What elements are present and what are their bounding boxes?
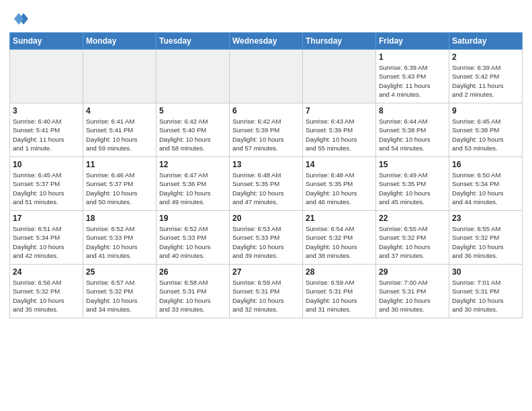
logo bbox=[9, 9, 30, 28]
day-number: 6 bbox=[232, 106, 300, 116]
day-info: Sunrise: 6:50 AM Sunset: 5:34 PM Dayligh… bbox=[452, 171, 519, 206]
calendar-cell: 4Sunrise: 6:41 AM Sunset: 5:41 PM Daylig… bbox=[83, 103, 157, 157]
calendar-cell: 2Sunrise: 6:39 AM Sunset: 5:42 PM Daylig… bbox=[449, 50, 523, 103]
calendar-cell: 24Sunrise: 6:56 AM Sunset: 5:32 PM Dayli… bbox=[10, 265, 83, 318]
day-number: 15 bbox=[379, 160, 446, 169]
day-info: Sunrise: 6:55 AM Sunset: 5:32 PM Dayligh… bbox=[379, 224, 446, 260]
calendar-header-row: SundayMondayTuesdayWednesdayThursdayFrid… bbox=[10, 33, 523, 50]
day-number: 7 bbox=[306, 106, 373, 116]
calendar-cell: 13Sunrise: 6:48 AM Sunset: 5:35 PM Dayli… bbox=[230, 157, 303, 211]
calendar-week-row: 3Sunrise: 6:40 AM Sunset: 5:41 PM Daylig… bbox=[10, 103, 523, 157]
header bbox=[9, 7, 523, 28]
day-number: 29 bbox=[379, 267, 446, 277]
day-info: Sunrise: 6:46 AM Sunset: 5:37 PM Dayligh… bbox=[86, 171, 153, 206]
day-info: Sunrise: 6:45 AM Sunset: 5:38 PM Dayligh… bbox=[452, 117, 519, 152]
calendar-cell bbox=[83, 50, 157, 103]
calendar-cell: 15Sunrise: 6:49 AM Sunset: 5:35 PM Dayli… bbox=[376, 157, 449, 211]
day-info: Sunrise: 6:57 AM Sunset: 5:32 PM Dayligh… bbox=[86, 278, 153, 314]
calendar-week-row: 10Sunrise: 6:45 AM Sunset: 5:37 PM Dayli… bbox=[10, 157, 523, 211]
weekday-header-thursday: Thursday bbox=[303, 33, 376, 50]
calendar-cell: 22Sunrise: 6:55 AM Sunset: 5:32 PM Dayli… bbox=[376, 211, 449, 265]
calendar-cell: 11Sunrise: 6:46 AM Sunset: 5:37 PM Dayli… bbox=[83, 157, 157, 211]
calendar-cell: 21Sunrise: 6:54 AM Sunset: 5:32 PM Dayli… bbox=[303, 211, 376, 265]
day-info: Sunrise: 6:56 AM Sunset: 5:32 PM Dayligh… bbox=[13, 278, 80, 314]
day-number: 9 bbox=[452, 106, 519, 116]
day-number: 16 bbox=[452, 160, 519, 169]
day-info: Sunrise: 6:39 AM Sunset: 5:43 PM Dayligh… bbox=[379, 63, 446, 99]
calendar-cell bbox=[10, 50, 83, 103]
calendar-cell: 9Sunrise: 6:45 AM Sunset: 5:38 PM Daylig… bbox=[449, 103, 523, 157]
day-number: 18 bbox=[86, 214, 153, 223]
weekday-header-saturday: Saturday bbox=[449, 33, 523, 50]
day-number: 8 bbox=[379, 106, 446, 116]
calendar-cell: 8Sunrise: 6:44 AM Sunset: 5:38 PM Daylig… bbox=[376, 103, 449, 157]
weekday-header-wednesday: Wednesday bbox=[230, 33, 303, 50]
calendar-cell: 3Sunrise: 6:40 AM Sunset: 5:41 PM Daylig… bbox=[10, 103, 83, 157]
day-number: 23 bbox=[452, 214, 519, 223]
day-info: Sunrise: 6:48 AM Sunset: 5:35 PM Dayligh… bbox=[306, 171, 373, 206]
day-info: Sunrise: 6:52 AM Sunset: 5:33 PM Dayligh… bbox=[86, 224, 153, 260]
calendar-cell: 6Sunrise: 6:42 AM Sunset: 5:39 PM Daylig… bbox=[230, 103, 303, 157]
day-number: 28 bbox=[306, 267, 373, 277]
weekday-header-monday: Monday bbox=[83, 33, 157, 50]
calendar-cell bbox=[303, 50, 376, 103]
day-info: Sunrise: 7:01 AM Sunset: 5:31 PM Dayligh… bbox=[452, 278, 519, 314]
calendar-cell: 29Sunrise: 7:00 AM Sunset: 5:31 PM Dayli… bbox=[376, 265, 449, 318]
calendar-cell: 28Sunrise: 6:59 AM Sunset: 5:31 PM Dayli… bbox=[303, 265, 376, 318]
day-number: 17 bbox=[13, 214, 80, 223]
day-number: 12 bbox=[159, 160, 226, 169]
calendar-table: SundayMondayTuesdayWednesdayThursdayFrid… bbox=[9, 32, 523, 318]
day-number: 5 bbox=[159, 106, 226, 116]
logo-icon bbox=[9, 9, 28, 28]
day-number: 2 bbox=[452, 52, 519, 62]
calendar-week-row: 1Sunrise: 6:39 AM Sunset: 5:43 PM Daylig… bbox=[10, 50, 523, 103]
calendar-cell: 5Sunrise: 6:42 AM Sunset: 5:40 PM Daylig… bbox=[157, 103, 230, 157]
day-info: Sunrise: 6:52 AM Sunset: 5:33 PM Dayligh… bbox=[159, 224, 226, 260]
calendar-cell: 19Sunrise: 6:52 AM Sunset: 5:33 PM Dayli… bbox=[157, 211, 230, 265]
calendar-cell: 27Sunrise: 6:59 AM Sunset: 5:31 PM Dayli… bbox=[230, 265, 303, 318]
day-number: 24 bbox=[13, 267, 80, 277]
day-number: 27 bbox=[232, 267, 300, 277]
calendar-cell: 25Sunrise: 6:57 AM Sunset: 5:32 PM Dayli… bbox=[83, 265, 157, 318]
day-info: Sunrise: 6:41 AM Sunset: 5:41 PM Dayligh… bbox=[86, 117, 153, 152]
day-info: Sunrise: 6:47 AM Sunset: 5:36 PM Dayligh… bbox=[159, 171, 226, 206]
calendar-cell: 14Sunrise: 6:48 AM Sunset: 5:35 PM Dayli… bbox=[303, 157, 376, 211]
calendar-cell: 26Sunrise: 6:58 AM Sunset: 5:31 PM Dayli… bbox=[157, 265, 230, 318]
day-info: Sunrise: 6:58 AM Sunset: 5:31 PM Dayligh… bbox=[159, 278, 226, 314]
day-info: Sunrise: 6:51 AM Sunset: 5:34 PM Dayligh… bbox=[13, 224, 80, 260]
calendar-cell: 10Sunrise: 6:45 AM Sunset: 5:37 PM Dayli… bbox=[10, 157, 83, 211]
day-info: Sunrise: 6:54 AM Sunset: 5:32 PM Dayligh… bbox=[306, 224, 373, 260]
day-number: 21 bbox=[306, 214, 373, 223]
calendar-cell: 17Sunrise: 6:51 AM Sunset: 5:34 PM Dayli… bbox=[10, 211, 83, 265]
day-number: 20 bbox=[232, 214, 300, 223]
day-info: Sunrise: 6:48 AM Sunset: 5:35 PM Dayligh… bbox=[232, 171, 300, 206]
day-info: Sunrise: 6:44 AM Sunset: 5:38 PM Dayligh… bbox=[379, 117, 446, 152]
day-number: 3 bbox=[13, 106, 80, 116]
day-number: 1 bbox=[379, 52, 446, 62]
day-number: 26 bbox=[159, 267, 226, 277]
day-info: Sunrise: 6:40 AM Sunset: 5:41 PM Dayligh… bbox=[13, 117, 80, 152]
day-number: 22 bbox=[379, 214, 446, 223]
day-info: Sunrise: 6:42 AM Sunset: 5:39 PM Dayligh… bbox=[232, 117, 300, 152]
day-info: Sunrise: 6:59 AM Sunset: 5:31 PM Dayligh… bbox=[306, 278, 373, 314]
day-info: Sunrise: 7:00 AM Sunset: 5:31 PM Dayligh… bbox=[379, 278, 446, 314]
calendar-cell: 23Sunrise: 6:55 AM Sunset: 5:32 PM Dayli… bbox=[449, 211, 523, 265]
day-info: Sunrise: 6:45 AM Sunset: 5:37 PM Dayligh… bbox=[13, 171, 80, 206]
calendar-cell: 18Sunrise: 6:52 AM Sunset: 5:33 PM Dayli… bbox=[83, 211, 157, 265]
calendar-week-row: 17Sunrise: 6:51 AM Sunset: 5:34 PM Dayli… bbox=[10, 211, 523, 265]
day-number: 19 bbox=[159, 214, 226, 223]
calendar-cell: 30Sunrise: 7:01 AM Sunset: 5:31 PM Dayli… bbox=[449, 265, 523, 318]
day-info: Sunrise: 6:42 AM Sunset: 5:40 PM Dayligh… bbox=[159, 117, 226, 152]
day-info: Sunrise: 6:49 AM Sunset: 5:35 PM Dayligh… bbox=[379, 171, 446, 206]
calendar-cell: 7Sunrise: 6:43 AM Sunset: 5:39 PM Daylig… bbox=[303, 103, 376, 157]
weekday-header-tuesday: Tuesday bbox=[157, 33, 230, 50]
day-info: Sunrise: 6:55 AM Sunset: 5:32 PM Dayligh… bbox=[452, 224, 519, 260]
day-info: Sunrise: 6:39 AM Sunset: 5:42 PM Dayligh… bbox=[452, 63, 519, 99]
day-number: 14 bbox=[306, 160, 373, 169]
day-number: 10 bbox=[13, 160, 80, 169]
weekday-header-friday: Friday bbox=[376, 33, 449, 50]
weekday-header-sunday: Sunday bbox=[10, 33, 83, 50]
day-number: 30 bbox=[452, 267, 519, 277]
calendar-cell: 16Sunrise: 6:50 AM Sunset: 5:34 PM Dayli… bbox=[449, 157, 523, 211]
calendar-cell bbox=[230, 50, 303, 103]
